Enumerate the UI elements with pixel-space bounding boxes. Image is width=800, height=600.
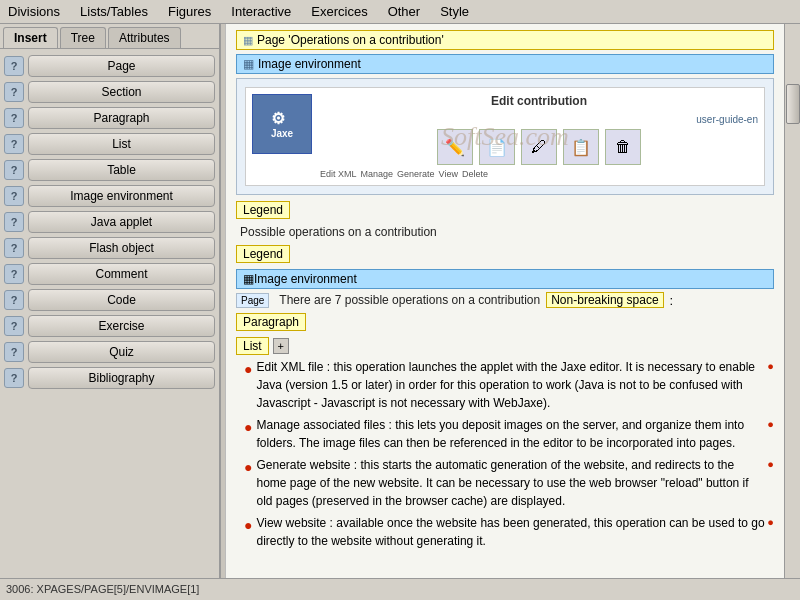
sidebar-btn-page[interactable]: Page [28,55,215,77]
sidebar-row-table: ? Table [4,159,215,181]
help-exercise[interactable]: ? [4,316,24,336]
sidebar-row-flash-object: ? Flash object [4,237,215,259]
legend-text: Possible operations on a contribution [240,223,774,241]
paragraph-label: Paragraph [236,313,306,331]
bullet-item-4: ● View website : available once the webs… [244,514,774,550]
help-java-applet[interactable]: ? [4,212,24,232]
sidebar-row-java-applet: ? Java applet [4,211,215,233]
env-grid-icon: ▦ [243,57,254,71]
tab-tree[interactable]: Tree [60,27,106,48]
image-env-label-2: Image environment [254,272,357,286]
help-paragraph[interactable]: ? [4,108,24,128]
sidebar-row-code: ? Code [4,289,215,311]
help-table[interactable]: ? [4,160,24,180]
help-section[interactable]: ? [4,82,24,102]
bullet-text-4: View website : available once the websit… [256,514,767,550]
bullet-text-3: Generate website : this starts the autom… [256,456,767,510]
help-page[interactable]: ? [4,56,24,76]
sidebar-btn-bibliography[interactable]: Bibliography [28,367,215,389]
image-env-bar: ▦ Image environment [236,54,774,74]
menu-bar: Divisions Lists/Tables Figures Interacti… [0,0,800,24]
menu-lists-tables[interactable]: Lists/Tables [76,2,152,21]
bullet-icon-1: ● [244,359,252,380]
bullet-icon-4: ● [244,515,252,536]
help-code[interactable]: ? [4,290,24,310]
preview-icons: ✏️ 📄 🖊 📋 🗑 [320,129,758,165]
status-bar: 3006: XPAGES/PAGE[5]/ENVIMAGE[1] [0,578,800,598]
page-indicator: Page [236,293,269,308]
sidebar-btn-flash-object[interactable]: Flash object [28,237,215,259]
sidebar-row-comment: ? Comment [4,263,215,285]
help-flash-object[interactable]: ? [4,238,24,258]
preview-icon-5: 🗑 [605,129,641,165]
help-bibliography[interactable]: ? [4,368,24,388]
legend-container-1: Legend [236,201,774,221]
help-quiz[interactable]: ? [4,342,24,362]
preview-labels: Edit XML Manage Generate View Delete [320,169,758,179]
content-area[interactable]: ▦ Page 'Operations on a contribution' ▦ … [226,24,784,578]
page-grid-icon: ▦ [243,34,253,47]
menu-interactive[interactable]: Interactive [227,2,295,21]
sidebar-row-quiz: ? Quiz [4,341,215,363]
colon: : [670,293,674,308]
sidebar-row-bibliography: ? Bibliography [4,367,215,389]
sidebar-row-paragraph: ? Paragraph [4,107,215,129]
sidebar-btn-image-env[interactable]: Image environment [28,185,215,207]
status-path: 3006: XPAGES/PAGE[5]/ENVIMAGE[1] [6,583,199,595]
scrollbar-track[interactable] [784,24,800,578]
menu-divisions[interactable]: Divisions [4,2,64,21]
tab-insert[interactable]: Insert [3,27,58,48]
bullet-item-3: ● Generate website : this starts the aut… [244,456,774,510]
scrollbar-thumb[interactable] [786,84,800,124]
sidebar-btn-section[interactable]: Section [28,81,215,103]
sidebar-row-exercise: ? Exercise [4,315,215,337]
preview-icon-4: 📋 [563,129,599,165]
preview-icon-3: 🖊 [521,129,557,165]
legend-label-1: Legend [236,201,290,219]
legend-label-2: Legend [236,245,290,263]
non-breaking-space: Non-breaking space [546,292,663,308]
sidebar-btn-quiz[interactable]: Quiz [28,341,215,363]
env2-grid-icon: ▦ [243,272,254,286]
image-env-bar-2: ▦ Image environment [236,269,774,289]
list-bar: List + [236,337,774,355]
page-title: Page 'Operations on a contribution' [257,33,444,47]
bullet-text-1: Edit XML file : this operation launches … [256,358,767,412]
bullet-item-2: ● Manage associated files : this lets yo… [244,416,774,452]
help-list[interactable]: ? [4,134,24,154]
help-comment[interactable]: ? [4,264,24,284]
help-image-env[interactable]: ? [4,186,24,206]
list-add-btn[interactable]: + [273,338,289,354]
sidebar-btn-comment[interactable]: Comment [28,263,215,285]
menu-style[interactable]: Style [436,2,473,21]
paragraph-container: Paragraph [236,313,774,333]
preview-content: Edit contribution user-guide-en ✏️ 📄 🖊 📋… [320,94,758,179]
preview-icon-1: ✏️ [437,129,473,165]
left-panel: Insert Tree Attributes ? Page ? Section … [0,24,220,578]
sidebar-row-image-env: ? Image environment [4,185,215,207]
sidebar-items: ? Page ? Section ? Paragraph ? List ? Ta… [0,49,219,395]
bullet-end-3: ● [767,456,774,473]
tab-attributes[interactable]: Attributes [108,27,181,48]
sidebar-btn-table[interactable]: Table [28,159,215,181]
menu-figures[interactable]: Figures [164,2,215,21]
preview-title: Edit contribution [320,94,758,108]
preview-icon-2: 📄 [479,129,515,165]
page-title-bar: ▦ Page 'Operations on a contribution' [236,30,774,50]
sidebar-btn-exercise[interactable]: Exercise [28,315,215,337]
sidebar-btn-java-applet[interactable]: Java applet [28,211,215,233]
sidebar-btn-list[interactable]: List [28,133,215,155]
sidebar-btn-paragraph[interactable]: Paragraph [28,107,215,129]
menu-other[interactable]: Other [384,2,425,21]
sidebar-btn-code[interactable]: Code [28,289,215,311]
legend-container-2: Legend [236,245,774,265]
body-text: There are 7 possible operations on a con… [279,291,540,309]
bullet-end-4: ● [767,514,774,531]
menu-exercices[interactable]: Exercices [307,2,371,21]
body-text-row: Page There are 7 possible operations on … [236,291,774,309]
bullet-end-1: ● [767,358,774,375]
bullet-end-2: ● [767,416,774,433]
sidebar-row-page: ? Page [4,55,215,77]
tab-bar: Insert Tree Attributes [0,24,219,49]
image-preview: ⚙ Jaxe Edit contribution user-guide-en ✏… [236,78,774,195]
